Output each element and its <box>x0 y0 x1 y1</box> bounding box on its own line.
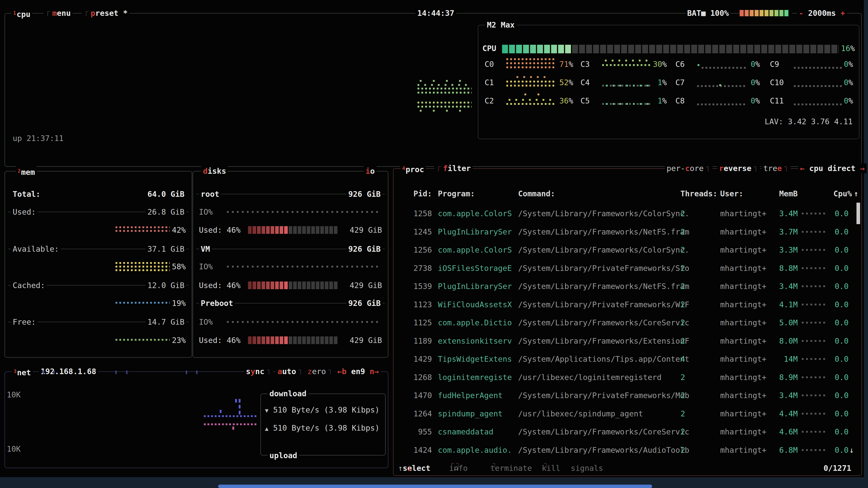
process-program: fudHelperAgent <box>438 390 503 400</box>
proc-footer: ↑ select ↓ info ↵ terminate kill signals… <box>394 463 862 473</box>
core-label: C10 <box>770 78 784 87</box>
mem-free-row: Free: 14.7 GiB <box>8 317 188 327</box>
interval-decrease-button[interactable]: - <box>799 8 803 18</box>
mem-value: 37.1 GiB <box>146 244 186 254</box>
tab-bracket <box>438 166 441 171</box>
process-cpu: 0.0 <box>821 227 848 237</box>
process-mem: 4.4M <box>746 409 798 419</box>
process-command: /usr/libexec/spindump_agent <box>518 409 643 419</box>
menu-button[interactable]: menu <box>43 8 72 18</box>
mem-box-title[interactable]: 2mem <box>16 166 37 177</box>
process-pid: 955 <box>407 427 432 437</box>
select-down-icon[interactable]: ↓ <box>407 463 412 473</box>
battery-icon: ■ <box>701 8 706 18</box>
mem-cached-graph <box>116 301 170 304</box>
table-row[interactable]: 2738iOSFilesStorageE/System/Library/Priv… <box>394 263 862 273</box>
table-row[interactable]: 1125com.apple.Dictio/System/Library/Fram… <box>394 318 862 328</box>
disks-io-tab[interactable]: io <box>364 166 377 176</box>
proc-box-title[interactable]: 4proc <box>400 163 426 174</box>
net-auto-button[interactable]: auto <box>276 366 305 377</box>
disk-name: root <box>199 189 221 199</box>
disk-io-graph <box>227 266 380 267</box>
select-control[interactable]: ↑ select ↓ <box>398 463 407 473</box>
core-row: C8 0% <box>675 96 760 106</box>
proc-percore-button[interactable]: per-core <box>665 163 712 173</box>
core-graph <box>602 74 651 88</box>
net-upload-label: upload <box>268 451 299 460</box>
disk-used-meter <box>248 336 338 344</box>
mem-label: Available: <box>11 244 61 254</box>
table-row[interactable]: 1245PlugInLibrarySer/System/Library/Fram… <box>394 227 862 237</box>
process-cpu: 0.0 <box>821 336 848 346</box>
header-threads[interactable]: Threads: <box>680 189 717 199</box>
interval-increase-button[interactable]: + <box>840 8 845 18</box>
process-mem: 5.0M <box>746 318 798 328</box>
table-row[interactable]: 1470fudHelperAgent/System/Library/Privat… <box>394 390 862 400</box>
header-mem[interactable]: MemB <box>746 189 798 199</box>
net-box: 3net 192.168.1.68 sync auto zero ←b en9 … <box>4 371 388 468</box>
select-up-icon[interactable]: ↑ <box>398 463 403 473</box>
core-label: C5 <box>581 96 590 105</box>
process-pid: 1123 <box>407 300 432 310</box>
process-cpu: 0.0 <box>821 427 848 437</box>
cpu-total-row: CPU <box>483 43 496 53</box>
header-cpu[interactable]: Cpu% <box>821 189 852 199</box>
disks-box-title[interactable]: disks <box>201 166 228 176</box>
net-prev-interface-button[interactable]: ←b <box>337 367 346 376</box>
process-pid: 1539 <box>407 281 432 291</box>
header-user[interactable]: User: <box>720 189 743 199</box>
proc-filter-button[interactable]: filter <box>434 163 473 173</box>
table-row[interactable]: 1256com.apple.ColorS/System/Library/Fram… <box>394 245 862 255</box>
cpu-box-title[interactable]: 1cpu <box>11 8 32 19</box>
proc-tree-button[interactable]: tree <box>762 163 791 173</box>
scroll-down-icon[interactable]: ↓ <box>849 445 854 455</box>
disk-io-label: IO% <box>199 262 213 271</box>
table-row[interactable]: 1268loginitemregiste/usr/libexec/loginit… <box>394 372 862 382</box>
process-threads: 2 <box>660 336 685 346</box>
core-graph <box>602 93 651 106</box>
process-program: csnameddatad <box>438 427 493 437</box>
table-row[interactable]: 1264spindump_agent/usr/libexec/spindump_… <box>394 409 862 419</box>
sort-next-button[interactable]: → <box>860 164 865 173</box>
process-program: iOSFilesStorageE <box>438 263 512 273</box>
sort-prev-button[interactable]: ← <box>800 164 804 173</box>
net-zero-button[interactable]: zero <box>306 366 335 377</box>
mem-free-graph <box>116 338 170 341</box>
process-cpu: 0.0 <box>821 263 848 273</box>
disk-name-row: VM 926 GiB <box>196 244 385 254</box>
interval-control: - 2000ms + <box>797 8 847 18</box>
table-row[interactable]: 1424com.apple.audio./System/Library/Fram… <box>394 445 862 455</box>
process-cpu: 0.0 <box>821 318 848 328</box>
process-program: com.apple.ColorS <box>438 245 512 255</box>
disks-box: disks io root 926 GiB IO% Used: 46% 429 … <box>193 171 388 358</box>
process-pid: 1256 <box>407 245 432 255</box>
tab-bracket <box>48 11 50 16</box>
info-button[interactable]: info ↵ <box>449 463 454 473</box>
core-label: C1 <box>485 78 494 87</box>
process-program: extensionkitserv <box>438 336 512 346</box>
table-row[interactable]: 1539PlugInLibrarySer/System/Library/Fram… <box>394 281 862 291</box>
table-row[interactable]: 1258com.apple.ColorS/System/Library/Fram… <box>394 208 862 219</box>
header-pid[interactable]: Pid: <box>407 189 432 199</box>
table-row[interactable]: 1189extensionkitserv/System/Library/Fram… <box>394 336 862 346</box>
core-row: C7 0% <box>675 77 760 88</box>
mem-label: Total: <box>11 189 42 199</box>
core-percent: 1% <box>646 96 667 106</box>
header-program[interactable]: Program: <box>438 189 475 199</box>
preset-button[interactable]: preset * <box>82 8 129 18</box>
core-row: C3 30% <box>581 59 666 69</box>
sort-direction-icon: ↑ <box>854 189 858 199</box>
core-row: C6 0% <box>675 59 760 69</box>
header-command[interactable]: Command: <box>518 189 555 199</box>
net-next-interface-button[interactable]: n→ <box>370 367 379 376</box>
table-row[interactable]: 1123WiFiCloudAssetsX/System/Library/Priv… <box>394 300 862 310</box>
table-row[interactable]: 1429TipsWidgetExtens/System/Applications… <box>394 354 862 364</box>
proc-position-indicator: 0/1271 <box>822 463 853 473</box>
tab-bracket <box>328 369 331 375</box>
process-pid: 1189 <box>407 336 432 346</box>
table-row[interactable]: 955csnameddatad/System/Library/Framework… <box>394 427 862 437</box>
proc-reverse-button[interactable]: reverse <box>717 163 760 173</box>
disk-size: 926 GiB <box>346 189 382 199</box>
process-mem: 6.8M <box>746 445 798 455</box>
core-label: C3 <box>581 60 590 69</box>
